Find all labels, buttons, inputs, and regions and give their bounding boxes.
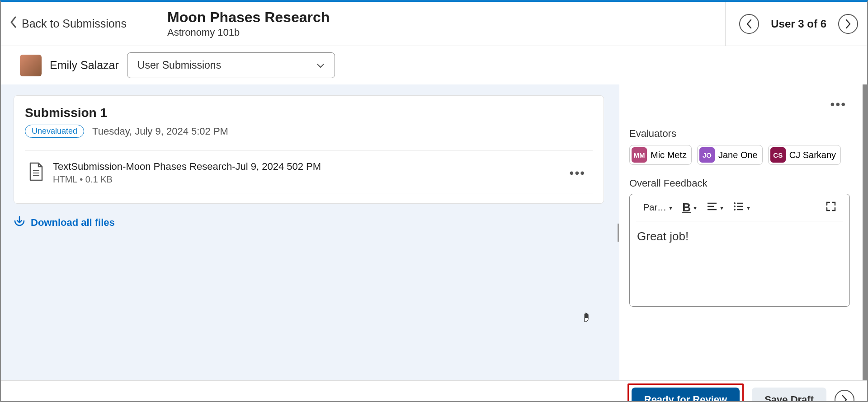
footer-next-button[interactable] bbox=[835, 390, 854, 402]
file-meta: HTML • 0.1 KB bbox=[53, 174, 556, 185]
right-panel: ••• Evaluators MMMic MetzJOJane OneCSCJ … bbox=[619, 84, 867, 380]
chevron-down-icon bbox=[316, 59, 325, 71]
evaluator-chips: MMMic MetzJOJane OneCSCJ Sarkany bbox=[629, 145, 850, 165]
evaluators-label: Evaluators bbox=[629, 128, 850, 140]
list-icon bbox=[733, 202, 744, 213]
evaluator-name: Jane One bbox=[718, 150, 758, 160]
panel-more-actions-button[interactable]: ••• bbox=[830, 97, 846, 112]
dropdown-label: User Submissions bbox=[137, 59, 221, 71]
expand-icon bbox=[826, 201, 836, 214]
evaluator-chip[interactable]: JOJane One bbox=[697, 145, 763, 165]
paragraph-style-dropdown[interactable]: Par… ▾ bbox=[643, 202, 672, 213]
align-icon bbox=[707, 202, 717, 213]
chevron-down-icon: ▾ bbox=[747, 204, 750, 211]
chevron-down-icon: ▾ bbox=[669, 204, 672, 211]
prev-user-button[interactable] bbox=[739, 14, 759, 34]
title-block: Moon Phases Research Astronomy 101b bbox=[140, 9, 725, 38]
download-all-label: Download all files bbox=[31, 217, 115, 229]
left-panel: Submission 1 Unevaluated Tuesday, July 9… bbox=[1, 84, 617, 380]
download-all-files-link[interactable]: Download all files bbox=[14, 215, 604, 230]
footer: Ready for Review Save Draft bbox=[1, 380, 867, 402]
back-to-submissions-link[interactable]: Back to Submissions bbox=[10, 16, 140, 31]
handle-indicator bbox=[618, 224, 619, 242]
evaluator-avatar: CS bbox=[770, 147, 786, 163]
submission-date: Tuesday, July 9, 2024 5:02 PM bbox=[92, 126, 228, 137]
user-count-label: User 3 of 6 bbox=[771, 18, 826, 30]
feedback-editor: Par… ▾ B ▾ ▾ ▾ bbox=[629, 194, 850, 307]
next-user-button[interactable] bbox=[838, 14, 858, 34]
submission-card: Submission 1 Unevaluated Tuesday, July 9… bbox=[14, 95, 604, 204]
feedback-textarea[interactable]: Great job! bbox=[630, 221, 849, 252]
download-icon bbox=[14, 215, 25, 230]
bold-icon: B bbox=[682, 201, 691, 215]
ready-for-review-button[interactable]: Ready for Review bbox=[632, 388, 740, 402]
file-row: TextSubmission-Moon Phases Research-Jul … bbox=[25, 150, 593, 193]
save-draft-button[interactable]: Save Draft bbox=[752, 388, 826, 402]
highlight-box: Ready for Review bbox=[627, 383, 744, 402]
evaluator-avatar: MM bbox=[632, 147, 647, 163]
file-details: TextSubmission-Moon Phases Research-Jul … bbox=[53, 161, 556, 185]
evaluator-avatar: JO bbox=[699, 147, 715, 163]
svg-point-6 bbox=[734, 202, 736, 204]
chevron-down-icon: ▾ bbox=[720, 204, 723, 211]
svg-point-10 bbox=[734, 209, 736, 210]
fullscreen-button[interactable] bbox=[826, 201, 836, 214]
evaluator-name: Mic Metz bbox=[651, 150, 687, 160]
submission-meta: Unevaluated Tuesday, July 9, 2024 5:02 P… bbox=[25, 125, 593, 138]
subheader: Emily Salazar User Submissions bbox=[1, 46, 867, 84]
user-name-label: Emily Salazar bbox=[50, 59, 119, 72]
document-icon bbox=[28, 162, 44, 184]
back-label: Back to Submissions bbox=[22, 17, 127, 30]
user-submissions-dropdown[interactable]: User Submissions bbox=[127, 52, 335, 78]
bold-dropdown[interactable]: B ▾ bbox=[682, 201, 697, 215]
feedback-label: Overall Feedback bbox=[629, 178, 850, 189]
file-more-actions-button[interactable]: ••• bbox=[565, 164, 590, 182]
status-badge: Unevaluated bbox=[25, 125, 84, 138]
file-name[interactable]: TextSubmission-Moon Phases Research-Jul … bbox=[53, 161, 556, 173]
chevron-down-icon: ▾ bbox=[693, 204, 697, 211]
chevron-left-icon bbox=[10, 16, 17, 31]
align-dropdown[interactable]: ▾ bbox=[707, 202, 723, 213]
submission-title: Submission 1 bbox=[25, 106, 593, 120]
svg-point-8 bbox=[734, 206, 736, 207]
user-avatar bbox=[20, 55, 42, 76]
list-dropdown[interactable]: ▾ bbox=[733, 202, 750, 213]
page-subtitle: Astronomy 101b bbox=[167, 27, 725, 38]
evaluator-name: CJ Sarkany bbox=[789, 150, 836, 160]
main-area: Submission 1 Unevaluated Tuesday, July 9… bbox=[1, 84, 867, 380]
page-title: Moon Phases Research bbox=[167, 9, 725, 26]
editor-toolbar: Par… ▾ B ▾ ▾ ▾ bbox=[636, 194, 843, 221]
page-header: Back to Submissions Moon Phases Research… bbox=[1, 2, 867, 46]
evaluator-chip[interactable]: CSCJ Sarkany bbox=[768, 145, 841, 165]
user-navigation: User 3 of 6 bbox=[725, 2, 858, 46]
evaluator-chip[interactable]: MMMic Metz bbox=[629, 145, 692, 165]
